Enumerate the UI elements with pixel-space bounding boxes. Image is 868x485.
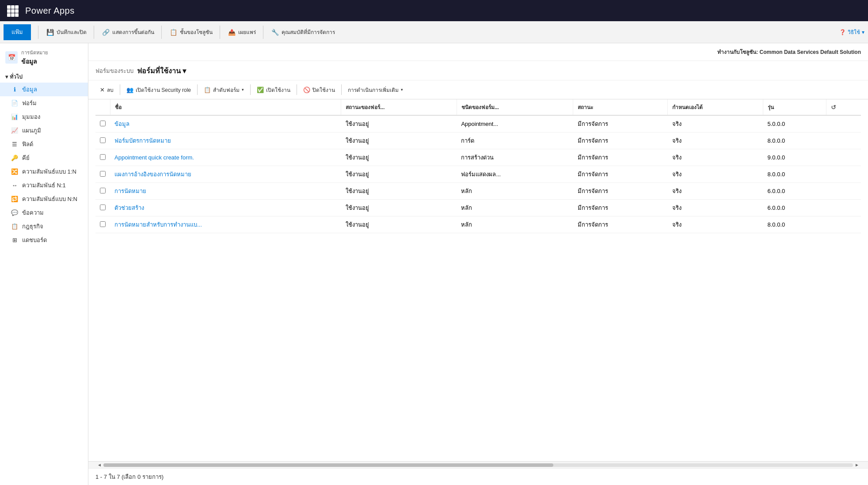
top-bar: Power Apps <box>0 0 868 21</box>
more-actions-arrow: ▾ <box>401 87 403 92</box>
solution-layer-button[interactable]: 📋 ชั้นของโซลูชัน <box>165 24 216 40</box>
disable-button[interactable]: 🚫 ปิดใช้งาน <box>299 83 339 96</box>
sidebar-current-title: ข้อมูล <box>21 57 48 66</box>
horizontal-scrollbar[interactable]: ◄ ► <box>88 461 868 468</box>
delete-button[interactable]: ✕ ลบ <box>95 83 118 96</box>
row-version: 8.0.0.0 <box>763 166 826 183</box>
row-form-state: ใช้งานอยู่ <box>341 183 457 200</box>
row-form-state: ใช้งานอยู่ <box>341 216 457 233</box>
biz-icon: 📋 <box>11 223 19 231</box>
layers-icon: 🔗 <box>101 28 110 37</box>
sidebar-item-dash[interactable]: ⊞ แดชบอร์ด <box>0 233 88 247</box>
sidebar-header: 📅 การนัดหมาย ข้อมูล <box>0 43 88 68</box>
row-version: 9.0.0.0 <box>763 149 826 166</box>
sidebar-item-key[interactable]: 🔑 คีย์ <box>0 151 88 165</box>
sidebar-item-relnn[interactable]: 🔁 ความสัมพันธ์แบบ N:N <box>0 192 88 206</box>
content-header: ทำงานกับโซลูชัน: Common Data Services De… <box>88 43 868 61</box>
row-name[interactable]: Appointment quick create form. <box>110 149 341 166</box>
properties-button[interactable]: 🔧 คุณสมบัติที่มีการจัดการ <box>267 24 339 40</box>
col-name[interactable]: ชื่อ <box>110 99 341 115</box>
col-customizable[interactable]: กำหนดเองได้ <box>668 99 763 115</box>
sidebar-item-biz[interactable]: 📋 กฎธุรกิจ <box>0 220 88 233</box>
table-row: ตัวช่วยสร้าง ใช้งานอยู่ หลัก มีการจัดการ… <box>95 200 861 216</box>
properties-icon: 🔧 <box>270 28 279 37</box>
row-customizable: จริง <box>668 115 763 133</box>
row-form-type: การสร้างด่วน <box>457 149 573 166</box>
row-name[interactable]: การนัดหมาย <box>110 183 341 200</box>
row-form-type: หลัก <box>457 183 573 200</box>
chevron-down-icon: ▾ <box>5 74 8 80</box>
row-name[interactable]: การนัดหมายสำหรับการทำงานแบ... <box>110 216 341 233</box>
refresh-icon[interactable]: ↺ <box>831 104 836 111</box>
more-actions-button[interactable]: การดำเนินการเพิ่มเติม ▾ <box>343 83 407 96</box>
row-version: 8.0.0.0 <box>763 133 826 149</box>
table-header-row: ชื่อ สถานะของฟอร์... ชนิดของฟอร์ม... สถา… <box>95 99 861 115</box>
table-row: Appointment quick create form. ใช้งานอยู… <box>95 149 861 166</box>
sidebar-item-reln1[interactable]: ↔ ความสัมพันธ์ N:1 <box>0 178 88 192</box>
row-checkbox[interactable] <box>95 166 110 183</box>
row-version: 8.0.0.0 <box>763 216 826 233</box>
row-name[interactable]: ข้อมูล <box>110 115 341 133</box>
row-checkbox[interactable] <box>95 133 110 149</box>
row-name[interactable]: ฟอร์มบัตรการนัดหมาย <box>110 133 341 149</box>
col-version[interactable]: รุ่น <box>763 99 826 115</box>
show-layers-button[interactable]: 🔗 แสดงการขึ้นต่อกัน <box>98 24 158 40</box>
file-button[interactable]: แฟ้ม <box>4 24 31 40</box>
scroll-thumb[interactable] <box>103 463 553 467</box>
row-checkbox[interactable] <box>95 200 110 216</box>
sidebar-item-msg[interactable]: 💬 ข้อความ <box>0 206 88 220</box>
row-empty <box>826 166 861 183</box>
sidebar: 📅 การนัดหมาย ข้อมูล ▾ ทั่วไป ℹ ข้อมูล 📄 … <box>0 43 88 485</box>
row-name[interactable]: แผงการอ้างอิงของการนัดหมาย <box>110 166 341 183</box>
row-form-type: หลัก <box>457 216 573 233</box>
col-form-type[interactable]: ชนิดของฟอร์ม... <box>457 99 573 115</box>
content-area: ทำงานกับโซลูชัน: Common Data Services De… <box>88 43 868 485</box>
row-checkbox[interactable] <box>95 149 110 166</box>
col-refresh[interactable]: ↺ <box>826 99 861 115</box>
form-order-button[interactable]: 📋 สำดับฟอร์ม ▾ <box>199 83 248 96</box>
forms-dropdown-button[interactable]: ฟอร์มที่ใช้งาน ▾ <box>137 65 186 76</box>
scroll-right-arrow[interactable]: ► <box>853 462 861 467</box>
sidebar-item-form[interactable]: 📄 ฟอร์ม <box>0 96 88 110</box>
row-name[interactable]: ตัวช่วยสร้าง <box>110 200 341 216</box>
enable-security-button[interactable]: 👥 เปิดใช้งาน Security role <box>122 83 195 96</box>
msg-icon: 💬 <box>11 209 19 217</box>
form-order-arrow: ▾ <box>242 87 244 92</box>
form-icon: 📄 <box>11 99 19 107</box>
row-checkbox[interactable] <box>95 115 110 133</box>
col-status[interactable]: สถานะ <box>573 99 668 115</box>
solution-layer-icon: 📋 <box>169 28 178 37</box>
row-checkbox[interactable] <box>95 216 110 233</box>
row-status: มีการจัดการ <box>573 183 668 200</box>
help-button[interactable]: ❓ วิธิใช้ ▾ <box>839 28 864 36</box>
sidebar-section-header: ▾ ทั่วไป <box>0 68 88 83</box>
table-footer: 1 - 7 ใน 7 (เลือก 0 รายการ) <box>88 468 868 485</box>
enable-button[interactable]: ✅ เปิดใช้งาน <box>252 83 295 96</box>
apps-grid-icon[interactable] <box>5 4 20 18</box>
sidebar-item-view[interactable]: 📊 มุมมอง <box>0 110 88 124</box>
field-icon: ☰ <box>11 140 19 148</box>
row-form-state: ใช้งานอยู่ <box>341 149 457 166</box>
publish-button[interactable]: 📤 เผยแพร่ <box>224 24 259 40</box>
row-status: มีการจัดการ <box>573 216 668 233</box>
row-checkbox[interactable] <box>95 183 110 200</box>
scroll-left-arrow[interactable]: ◄ <box>95 462 103 467</box>
action-separator-3 <box>250 84 251 95</box>
sidebar-item-info[interactable]: ℹ ข้อมูล <box>0 83 88 96</box>
scroll-track[interactable] <box>103 463 853 467</box>
sidebar-item-field[interactable]: ☰ ฟิลด์ <box>0 137 88 151</box>
row-empty <box>826 183 861 200</box>
sidebar-item-chart[interactable]: 📈 แผนภูมิ <box>0 124 88 137</box>
forms-table: ชื่อ สถานะของฟอร์... ชนิดของฟอร์ม... สถา… <box>95 99 861 233</box>
col-form-state[interactable]: สถานะของฟอร์... <box>341 99 457 115</box>
chart-icon: 📈 <box>11 127 19 135</box>
app-title: Power Apps <box>25 6 75 16</box>
key-icon: 🔑 <box>11 154 19 162</box>
toolbar-separator-4 <box>220 26 220 39</box>
save-close-button[interactable]: 💾 บันทึกและปิด <box>42 24 90 40</box>
row-form-state: ใช้งานอยู่ <box>341 115 457 133</box>
publish-icon: 📤 <box>227 28 236 37</box>
main-layout: 📅 การนัดหมาย ข้อมูล ▾ ทั่วไป ℹ ข้อมูล 📄 … <box>0 43 868 485</box>
sidebar-item-rel1n[interactable]: 🔀 ความสัมพันธ์แบบ 1:N <box>0 165 88 178</box>
row-empty <box>826 115 861 133</box>
